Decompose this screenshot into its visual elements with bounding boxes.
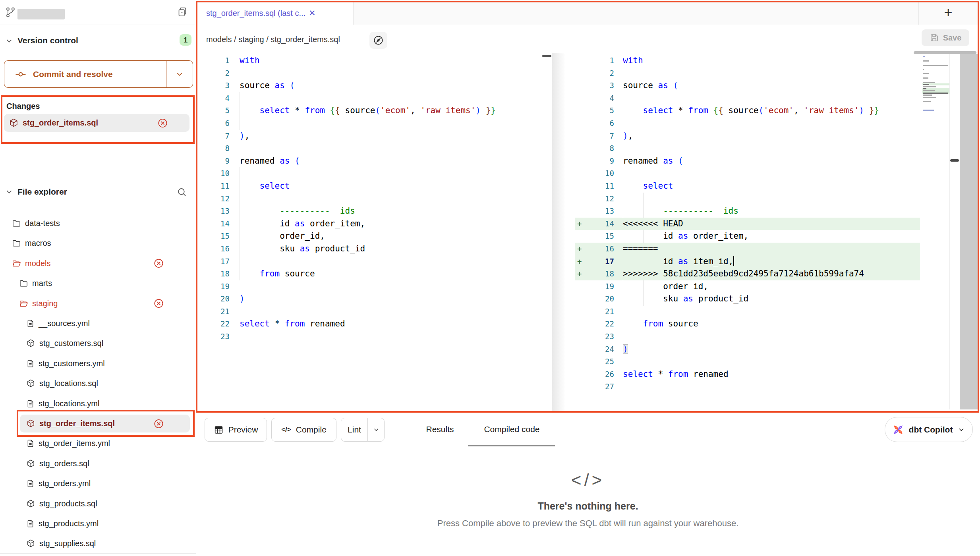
deleted-marker-icon[interactable] <box>153 418 164 429</box>
code-line-15[interactable]: 15 id as order_item, <box>553 230 949 243</box>
left-pane-scrollbar-thumb[interactable] <box>542 55 551 57</box>
code-line-17[interactable]: 17 <box>197 255 542 268</box>
tab-close-icon[interactable]: ✕ <box>309 8 316 18</box>
file-tree-item-stg-locations-yml[interactable]: stg_locations.yml <box>0 395 196 413</box>
code-line-26[interactable]: 26select * from renamed <box>553 368 949 381</box>
file-tree-item-data-tests[interactable]: data-tests <box>0 214 196 232</box>
code-line-1[interactable]: 1with <box>553 54 949 67</box>
code-line-2[interactable]: 2 <box>553 67 949 80</box>
code-line-18[interactable]: 18 from source <box>197 268 542 280</box>
deleted-marker-icon[interactable] <box>153 258 164 269</box>
code-line-13[interactable]: 13 ---------- ids <box>553 205 949 218</box>
code-line-7[interactable]: 7), <box>553 130 949 143</box>
code-line-1[interactable]: 1with <box>197 54 542 67</box>
code-line-14[interactable]: 14 id as order_item, <box>197 218 542 230</box>
file-explorer-collapse-chevron[interactable] <box>5 187 14 196</box>
code-line-14[interactable]: +14<<<<<<< HEAD <box>553 218 949 230</box>
file-tree-item-stg-orders-yml[interactable]: stg_orders.yml <box>0 475 196 492</box>
diff-pane-modified[interactable]: 1with23source as (45 select * from {{ so… <box>553 54 949 393</box>
code-line-12[interactable]: 12 <box>197 193 542 205</box>
preview-button[interactable]: Preview <box>205 418 267 442</box>
file-tree-item-stg-locations-sql[interactable]: stg_locations.sql <box>0 375 196 392</box>
file-tree-item--sources-yml[interactable]: __sources.yml <box>0 315 196 332</box>
tab-stg-order-items[interactable]: stg_order_items.sql (last c... ✕ <box>197 1 354 25</box>
code-line-5[interactable]: 5 select * from {{ source('ecom', 'raw_i… <box>197 104 542 117</box>
tab-results[interactable]: Results <box>421 418 459 441</box>
code-line-13[interactable]: 13 ---------- ids <box>197 205 542 218</box>
diff-pane-original[interactable]: 1with23source as (45 select * from {{ so… <box>197 54 542 343</box>
file-tree-item-models[interactable]: models <box>0 255 196 272</box>
code-line-11[interactable]: 11 select <box>553 180 949 193</box>
file-tree-item-stg-products-yml[interactable]: stg_products.yml <box>0 515 196 533</box>
lint-options-chevron[interactable] <box>367 418 384 441</box>
results-label: Results <box>426 425 454 434</box>
code-line-5[interactable]: 5 select * from {{ source('ecom', 'raw_i… <box>553 104 949 117</box>
code-line-24[interactable]: 24) <box>553 343 949 356</box>
code-line-9[interactable]: 9renamed as ( <box>197 155 542 168</box>
code-line-12[interactable]: 12 <box>553 193 949 205</box>
code-line-17[interactable]: +17 id as item_id, <box>553 255 949 268</box>
code-line-15[interactable]: 15 order_id, <box>197 230 542 243</box>
compile-button[interactable]: </> Compile <box>271 418 336 442</box>
file-tree-item-stg-customers-yml[interactable]: stg_customers.yml <box>0 355 196 373</box>
code-line-16[interactable]: 16 sku as product_id <box>197 243 542 255</box>
code-line-3[interactable]: 3source as ( <box>197 79 542 92</box>
copy-branch-icon[interactable] <box>177 6 188 18</box>
code-line-20[interactable]: 20) <box>197 293 542 305</box>
code-line-19[interactable]: 19 order_id, <box>553 280 949 293</box>
changed-file-row[interactable]: stg_order_items.sql <box>4 114 189 132</box>
code-line-10[interactable]: 10 <box>197 167 542 180</box>
divider <box>0 183 196 183</box>
code-line-2[interactable]: 2 <box>197 67 542 80</box>
save-button[interactable]: Save <box>922 29 969 46</box>
file-tree-item-stg-supplies-sql[interactable]: stg_supplies.sql <box>0 535 196 552</box>
file-tree-item-staging[interactable]: staging <box>0 295 196 313</box>
code-line-4[interactable]: 4 <box>553 92 949 105</box>
minimap[interactable] <box>922 56 949 135</box>
code-line-22[interactable]: 22select * from renamed <box>197 318 542 330</box>
code-line-19[interactable]: 19 <box>197 280 542 293</box>
deleted-marker-icon[interactable] <box>153 298 164 309</box>
file-tree-item-marts[interactable]: marts <box>0 274 196 292</box>
file-tree-item-stg-customers-sql[interactable]: stg_customers.sql <box>0 334 196 352</box>
code-line-22[interactable]: 22 from source <box>553 318 949 330</box>
commit-options-chevron[interactable] <box>166 61 193 87</box>
code-line-23[interactable]: 23 <box>553 330 949 343</box>
code-line-10[interactable]: 10 <box>553 167 949 180</box>
code-line-11[interactable]: 11 select <box>197 180 542 193</box>
code-line-21[interactable]: 21 <box>197 305 542 318</box>
code-line-4[interactable]: 4 <box>197 92 542 105</box>
file-search-icon[interactable] <box>176 187 187 197</box>
code-line-16[interactable]: +16======= <box>553 243 949 255</box>
code-line-23[interactable]: 23 <box>197 330 542 343</box>
file-name: stg_supplies.sql <box>39 539 96 548</box>
code-line-27[interactable]: 27 <box>553 380 949 393</box>
minimap-slider[interactable] <box>914 51 976 54</box>
lint-button[interactable]: Lint <box>341 418 385 442</box>
code-line-18[interactable]: +18>>>>>>> 58c1dd23d5eebd9cd2495fa7124ab… <box>553 268 949 280</box>
version-control-collapse-chevron[interactable] <box>5 37 14 45</box>
code-line-6[interactable]: 6 <box>197 117 542 130</box>
tab-compiled-code[interactable]: Compiled code <box>479 418 545 441</box>
file-tree-item-stg-orders-sql[interactable]: stg_orders.sql <box>0 455 196 473</box>
code-line-3[interactable]: 3source as ( <box>553 79 949 92</box>
code-line-6[interactable]: 6 <box>553 117 949 130</box>
code-line-8[interactable]: 8 <box>553 142 949 155</box>
lineage-compass-button[interactable] <box>369 32 387 49</box>
discard-change-icon[interactable] <box>157 118 168 128</box>
code-line-21[interactable]: 21 <box>553 305 949 318</box>
code-line-25[interactable]: 25 <box>553 355 949 368</box>
panel-resize-handle[interactable] <box>950 159 959 162</box>
file-tree-item-stg-products-sql[interactable]: stg_products.sql <box>0 495 196 513</box>
code-line-7[interactable]: 7), <box>197 130 542 143</box>
commit-and-resolve-button[interactable]: Commit and resolve <box>4 60 193 88</box>
file-tree-item-macros[interactable]: macros <box>0 234 196 252</box>
dbt-copilot-button[interactable]: dbt Copilot <box>885 417 973 442</box>
file-tree-item-stg-order-items-sql[interactable]: stg_order_items.sql <box>0 415 196 432</box>
code-line-9[interactable]: 9renamed as ( <box>553 155 949 168</box>
lint-label: Lint <box>341 425 367 434</box>
code-line-20[interactable]: 20 sku as product_id <box>553 293 949 305</box>
file-tree-item-stg-order-items-yml[interactable]: stg_order_items.yml <box>0 434 196 452</box>
code-line-8[interactable]: 8 <box>197 142 542 155</box>
new-tab-button[interactable]: + <box>918 1 978 25</box>
